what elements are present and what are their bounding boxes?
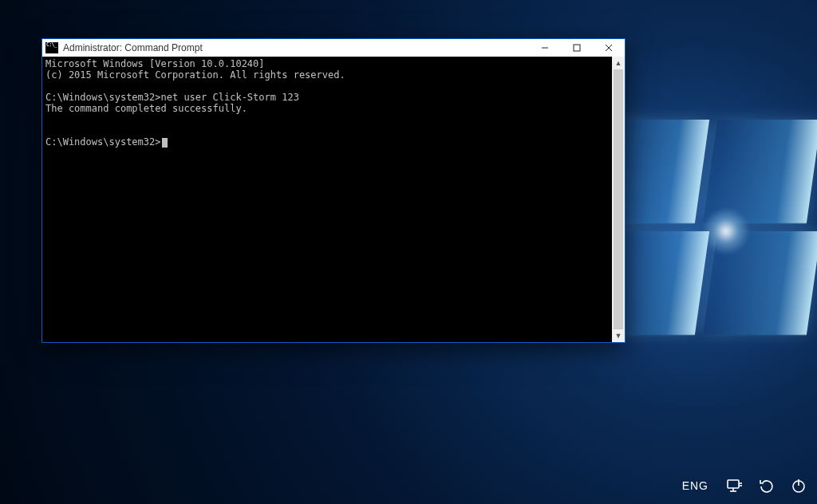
terminal-prompt: C:\Windows\system32>	[45, 136, 161, 148]
scrollbar-thumb[interactable]	[614, 69, 623, 329]
network-icon[interactable]	[724, 475, 745, 496]
maximize-button[interactable]	[561, 39, 593, 57]
command-prompt-window[interactable]: Administrator: Command Prompt Microsoft …	[41, 38, 626, 343]
system-tray: ENG	[677, 475, 809, 496]
scrollbar-up-arrow[interactable]: ▲	[612, 57, 625, 69]
language-indicator[interactable]: ENG	[677, 476, 713, 495]
terminal-prompt: C:\Windows\system32>	[45, 92, 161, 103]
minimize-button[interactable]	[529, 39, 561, 57]
svg-rect-4	[728, 480, 739, 488]
desktop-background: Administrator: Command Prompt Microsoft …	[0, 0, 817, 504]
svg-rect-1	[574, 45, 580, 51]
scrollbar-down-arrow[interactable]: ▼	[612, 329, 625, 342]
power-icon[interactable]	[788, 475, 809, 496]
terminal-cursor	[162, 138, 168, 148]
cmd-icon	[45, 42, 58, 53]
scrollbar-vertical[interactable]: ▲ ▼	[612, 57, 625, 342]
window-title: Administrator: Command Prompt	[63, 42, 203, 53]
windows-logo-art	[606, 120, 814, 359]
ease-of-access-icon[interactable]	[756, 475, 777, 496]
terminal-output[interactable]: Microsoft Windows [Version 10.0.10240] (…	[42, 57, 612, 342]
terminal-command: net user Click-Storm 123	[161, 92, 299, 103]
terminal-line: (c) 2015 Microsoft Corporation. All righ…	[45, 69, 345, 81]
terminal-line: Microsoft Windows [Version 10.0.10240]	[45, 58, 265, 69]
window-titlebar[interactable]: Administrator: Command Prompt	[42, 39, 625, 57]
terminal-line: The command completed successfully.	[45, 103, 247, 114]
close-button[interactable]	[593, 39, 625, 57]
